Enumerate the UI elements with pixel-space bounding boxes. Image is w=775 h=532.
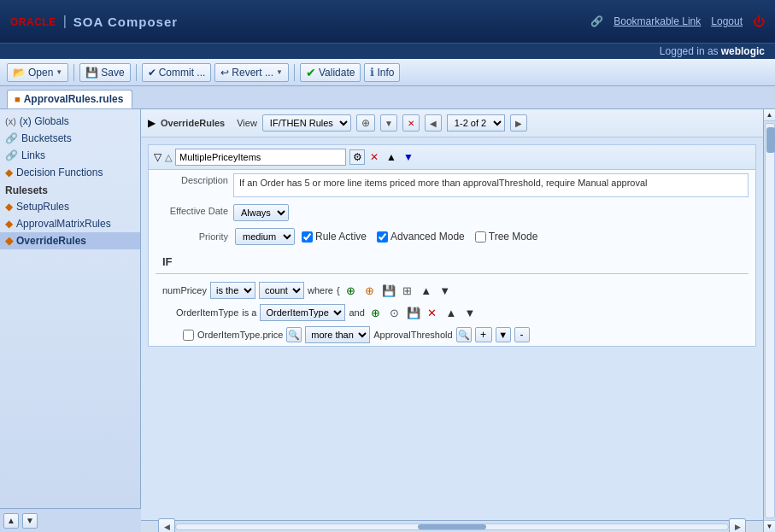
- page-select[interactable]: 1-2 of 2: [447, 114, 505, 132]
- open-button[interactable]: 📂 Open ▼: [7, 63, 68, 82]
- revert-button[interactable]: ↩ Revert ... ▼: [214, 63, 289, 82]
- save-button[interactable]: 💾 Save: [79, 63, 130, 82]
- rule-up-btn[interactable]: ▲: [384, 149, 399, 165]
- effective-date-value: Always: [233, 204, 749, 221]
- add-rule-btn[interactable]: ⊕: [356, 114, 375, 132]
- if-label: IF: [156, 252, 749, 274]
- rule-active-checkbox[interactable]: [302, 231, 313, 243]
- cond2-save-btn[interactable]: 💾: [406, 305, 421, 320]
- sub-cond-minus-btn[interactable]: -: [514, 327, 530, 342]
- tab-bar: ■ ApprovalRules.rules: [0, 86, 775, 109]
- rule-active-label: Rule Active: [315, 231, 367, 243]
- rule-action-dropdown[interactable]: ▼: [380, 114, 397, 132]
- rule-name-input[interactable]: [175, 149, 346, 166]
- h-scroll-track[interactable]: [175, 523, 729, 530]
- rule-content: ▶ OverrideRules View IF/THEN Rules ⊕ ▼ ✕…: [141, 109, 763, 532]
- v-scroll-track[interactable]: [765, 123, 775, 518]
- h-scrollbar[interactable]: ◀ ▶: [141, 520, 763, 532]
- sub-cond-plus-btn[interactable]: +: [475, 327, 492, 342]
- priority-select[interactable]: medium: [235, 228, 295, 245]
- sidebar-bottom-nav: ▲ ▼: [0, 508, 141, 532]
- v-scroll-down[interactable]: ▼: [764, 520, 776, 532]
- cond2-delete-btn[interactable]: ✕: [425, 305, 440, 320]
- bucketsets-icon: 🔗: [5, 132, 18, 144]
- cond1-down-btn[interactable]: ▼: [437, 283, 453, 298]
- cond2-copy-btn[interactable]: ⊙: [387, 305, 402, 320]
- h-scroll-right[interactable]: ▶: [729, 518, 746, 533]
- sidebar-item-setup-rules[interactable]: ◆ SetupRules: [0, 198, 140, 215]
- sidebar-nav-down[interactable]: ▼: [22, 513, 38, 529]
- bookmarkable-link[interactable]: Bookmarkable Link: [614, 15, 701, 27]
- advanced-mode-label: Advanced Mode: [390, 231, 465, 243]
- sidebar-item-decision-functions[interactable]: ◆ Decision Functions: [0, 164, 140, 181]
- sub-cond-dropdown-btn[interactable]: ▼: [496, 327, 511, 342]
- h-scroll-left[interactable]: ◀: [158, 518, 175, 533]
- links-icon: 🔗: [5, 149, 18, 161]
- ruleset-name: OverrideRules: [161, 118, 225, 128]
- sub-cond-val: ApprovalThreshold: [373, 330, 452, 340]
- cond1-up-btn[interactable]: ▲: [419, 283, 434, 298]
- validate-button[interactable]: ✔ Validate: [300, 63, 361, 82]
- tree-mode-checkbox-label[interactable]: Tree Mode: [475, 231, 538, 243]
- logout-link[interactable]: Logout: [711, 15, 743, 27]
- toolbar-separator-3: [294, 64, 295, 81]
- advanced-mode-checkbox-label[interactable]: Advanced Mode: [377, 231, 465, 243]
- rule-delete-btn[interactable]: ✕: [367, 149, 382, 165]
- cond2-up-btn[interactable]: ▲: [443, 305, 459, 320]
- effective-date-label: Effective Date: [156, 204, 228, 216]
- rule-settings-btn[interactable]: ⚙: [349, 149, 365, 165]
- sidebar-item-approval-matrix[interactable]: ◆ ApprovalMatrixRules: [0, 215, 140, 232]
- nav-prev[interactable]: ◀: [425, 114, 442, 132]
- globals-icon: (x): [5, 116, 16, 126]
- cond2-type-select[interactable]: OrderItemType: [260, 304, 345, 321]
- rule-header: ▶ OverrideRules View IF/THEN Rules ⊕ ▼ ✕…: [141, 109, 763, 137]
- v-scroll-up[interactable]: ▲: [764, 109, 776, 121]
- rule-expand-tri[interactable]: ▽: [154, 151, 161, 163]
- cond1-add-btn[interactable]: ⊕: [343, 283, 359, 298]
- open-icon: 📂: [13, 67, 26, 79]
- sidebar-nav-up[interactable]: ▲: [3, 513, 19, 529]
- rulesets-section-label: Rulesets: [0, 181, 140, 198]
- sidebar: (x) (x) Globals 🔗 Bucketsets 🔗 Links ◆ D…: [0, 109, 141, 532]
- info-button[interactable]: ℹ Info: [364, 63, 400, 82]
- commit-button[interactable]: ✔ Commit ...: [142, 63, 212, 82]
- info-icon: ℹ: [370, 66, 374, 79]
- cond1-where: where: [308, 285, 333, 295]
- rule-down-btn[interactable]: ▼: [401, 149, 416, 165]
- cond1-save-btn[interactable]: 💾: [381, 283, 396, 298]
- delete-rule-btn[interactable]: ✕: [402, 114, 420, 132]
- sub-cond-checkbox[interactable]: [183, 330, 194, 341]
- effective-date-select[interactable]: Always: [233, 204, 289, 221]
- cond1-is-the-select[interactable]: is the: [210, 282, 255, 299]
- sidebar-item-links[interactable]: 🔗 Links: [0, 147, 140, 164]
- tab-approval-rules[interactable]: ■ ApprovalRules.rules: [7, 90, 132, 108]
- priority-row: Priority medium Rule Active Advanced: [149, 225, 755, 248]
- cond2-down-btn[interactable]: ▼: [462, 305, 478, 320]
- revert-icon: ↩: [220, 67, 229, 79]
- priority-label: Priority: [156, 231, 228, 242]
- sub-cond-val-search-btn[interactable]: 🔍: [456, 327, 472, 342]
- cond1-func-select[interactable]: count: [259, 282, 304, 299]
- open-dropdown-arrow[interactable]: ▼: [56, 68, 62, 76]
- sidebar-item-globals[interactable]: (x) (x) Globals: [0, 113, 140, 130]
- tree-mode-checkbox[interactable]: [475, 231, 486, 243]
- revert-dropdown-arrow[interactable]: ▼: [276, 68, 283, 76]
- sidebar-item-override-rules[interactable]: ◆ OverrideRules: [0, 232, 140, 249]
- sub-cond-op-select[interactable]: more than: [305, 326, 370, 343]
- view-select[interactable]: IF/THEN Rules: [262, 114, 351, 132]
- cond2-and: and: [349, 307, 364, 318]
- cond1-grid-btn[interactable]: ⊞: [400, 283, 415, 298]
- nav-next[interactable]: ▶: [510, 114, 527, 132]
- cond1-copy-btn[interactable]: ⊕: [362, 283, 378, 298]
- advanced-mode-checkbox[interactable]: [377, 231, 388, 243]
- commit-icon: ✔: [148, 67, 156, 79]
- toolbar: 📂 Open ▼ 💾 Save ✔ Commit ... ↩ Revert ..…: [0, 59, 775, 86]
- cond2-add-btn[interactable]: ⊕: [368, 305, 384, 320]
- rule-active-checkbox-label[interactable]: Rule Active: [302, 231, 367, 243]
- rule-expand-up-icon: △: [165, 152, 172, 163]
- effective-date-row: Effective Date Always: [149, 201, 755, 225]
- condition-row-1: numPricey is the count where { ⊕ ⊕ 💾: [156, 279, 749, 301]
- sub-cond-search-btn[interactable]: 🔍: [286, 327, 302, 342]
- sidebar-item-bucketsets[interactable]: 🔗 Bucketsets: [0, 130, 140, 147]
- collapse-triangle[interactable]: ▶: [148, 117, 156, 129]
